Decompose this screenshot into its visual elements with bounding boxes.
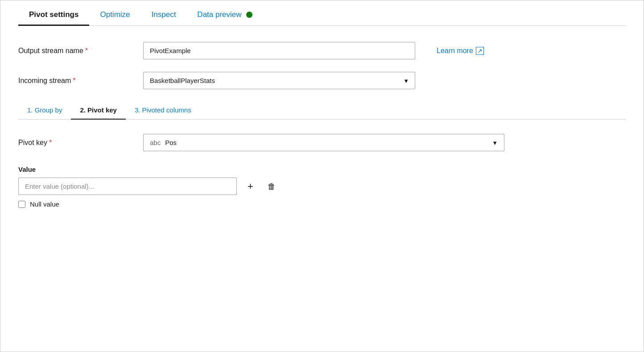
value-input-row: + 🗑 [18,178,626,195]
sub-tab-group-by[interactable]: 1. Group by [18,102,71,119]
incoming-stream-select-wrapper: BasketballPlayerStats ▼ [143,72,415,89]
learn-more-link[interactable]: Learn more ↗ [437,47,484,55]
pivot-key-select[interactable]: abc Pos ▼ [143,134,504,151]
data-preview-status-dot [246,12,252,18]
pivot-key-row: Pivot key* abc Pos ▼ [18,134,626,151]
output-stream-required: * [85,47,88,54]
tab-inspect[interactable]: Inspect [141,5,187,25]
tab-data-preview[interactable]: Data preview [186,5,263,25]
sub-tab-pivoted-columns[interactable]: 3. Pivoted columns [126,102,200,119]
pivot-key-type-prefix: abc [150,139,161,146]
null-value-label: Null value [30,200,59,208]
add-value-button[interactable]: + [244,180,257,193]
pivot-key-label: Pivot key* [18,139,143,147]
output-stream-label: Output stream name* [18,47,143,55]
tab-bar: Pivot settings Optimize Inspect Data pre… [18,0,626,26]
null-value-checkbox[interactable] [18,201,25,208]
sub-tab-bar: 1. Group by 2. Pivot key 3. Pivoted colu… [18,102,626,120]
sub-tab-pivot-key[interactable]: 2. Pivot key [71,102,126,119]
value-input[interactable] [18,178,237,195]
pivot-key-required: * [49,139,52,146]
pivot-key-dropdown-icon: ▼ [492,139,498,146]
incoming-stream-select[interactable]: BasketballPlayerStats [143,72,415,89]
value-label: Value [18,166,626,173]
pivot-key-value: Pos [165,139,177,146]
tab-pivot-settings[interactable]: Pivot settings [18,5,89,25]
incoming-stream-row: Incoming stream* BasketballPlayerStats ▼ [18,72,626,89]
tab-optimize[interactable]: Optimize [89,5,140,25]
delete-value-button[interactable]: 🗑 [264,181,279,192]
incoming-stream-label: Incoming stream* [18,77,143,85]
output-stream-input[interactable] [143,42,415,59]
null-value-row: Null value [18,200,626,208]
incoming-stream-required: * [73,77,75,84]
trash-icon: 🗑 [268,182,276,191]
form-area: Output stream name* Learn more ↗ Incomin… [18,26,626,208]
output-stream-row: Output stream name* Learn more ↗ [18,42,626,59]
pivot-key-select-wrapper[interactable]: abc Pos ▼ [143,134,504,151]
external-link-icon: ↗ [476,47,484,55]
value-section: Value + 🗑 Null value [18,166,626,208]
